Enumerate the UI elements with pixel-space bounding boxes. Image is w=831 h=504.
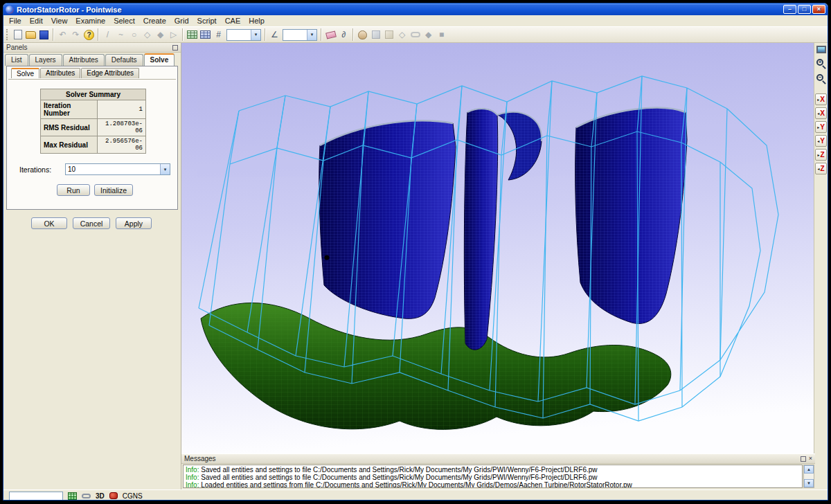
diamond3-icon[interactable]: ◆ (422, 28, 435, 42)
initialize-button[interactable]: Initialize (94, 184, 133, 196)
close-icon[interactable]: × (809, 456, 812, 462)
line-tool-icon[interactable]: / (101, 28, 114, 42)
table-row: Max Residual 2.956576e-06 (41, 136, 146, 154)
grid-mode-icon[interactable] (68, 492, 77, 500)
solver-summary-title: Solver Summary (41, 89, 146, 100)
chevron-down-icon[interactable]: ▾ (251, 30, 260, 40)
command-input[interactable] (9, 492, 63, 501)
save-icon[interactable] (37, 28, 51, 42)
menu-bar: File Edit View Examine Select Create Gri… (3, 15, 828, 26)
link-mode-icon[interactable] (82, 494, 91, 498)
redo-icon[interactable]: ↷ (69, 28, 82, 42)
curve-tool-icon[interactable]: ~ (114, 28, 127, 42)
arrow-tool-icon[interactable]: ▷ (167, 28, 180, 42)
mask-icon[interactable] (356, 28, 369, 42)
zoom-out-icon[interactable]: − (816, 74, 825, 83)
status-bar: 3D CGNS (3, 489, 828, 501)
dock-icon[interactable] (172, 45, 178, 51)
subtab-attributes[interactable]: Attributes (40, 68, 80, 78)
menu-help[interactable]: Help (244, 16, 269, 26)
panels-sidebar: Panels List Layers Attributes Defaults S… (3, 43, 181, 489)
menu-create[interactable]: Create (139, 16, 170, 26)
angle-combo[interactable]: ▾ (283, 29, 317, 41)
iterations-label: Iterations: (19, 165, 51, 174)
scroll-up-icon[interactable]: ▲ (804, 465, 814, 474)
cancel-button[interactable]: Cancel (73, 217, 110, 229)
ok-button[interactable]: OK (31, 217, 67, 229)
run-button[interactable]: Run (57, 184, 90, 196)
cube-icon[interactable] (369, 28, 382, 42)
grid-table-icon[interactable] (186, 28, 199, 42)
full-view-icon[interactable] (816, 46, 826, 53)
dimension-combo[interactable]: ▾ (226, 29, 261, 41)
menu-file[interactable]: File (5, 16, 26, 26)
float-panel-icon[interactable] (801, 456, 806, 462)
partial-icon[interactable]: ∂ (337, 28, 350, 42)
open-icon[interactable] (24, 28, 37, 42)
selection-point[interactable] (325, 255, 330, 260)
diamond-filled-tool-icon[interactable]: ◆ (154, 28, 167, 42)
zoom-in-icon[interactable]: + (816, 59, 825, 68)
app-logo-icon (6, 6, 14, 14)
view-plus-x-button[interactable]: ▸X (815, 93, 827, 105)
subtab-solve[interactable]: Solve (11, 68, 39, 78)
minimize-button[interactable]: – (783, 5, 796, 14)
close-button[interactable]: × (812, 5, 825, 14)
list-item: Info: Loaded entities and settings from … (186, 481, 800, 488)
tab-layers[interactable]: Layers (29, 54, 62, 66)
undo-icon[interactable]: ↶ (56, 28, 69, 42)
grid-table2-icon[interactable] (199, 28, 212, 42)
dimension-mode-label: 3D (96, 492, 105, 500)
messages-list[interactable]: Info: Saved all entities and settings to… (183, 465, 803, 488)
subtab-edge-attributes[interactable]: Edge Attributes (81, 68, 139, 78)
eraser-icon[interactable] (324, 28, 337, 42)
tab-attributes[interactable]: Attributes (63, 54, 105, 66)
apply-button[interactable]: Apply (116, 217, 152, 229)
view-minus-x-button[interactable]: ◂X (815, 107, 827, 119)
chevron-down-icon[interactable]: ▾ (307, 30, 316, 40)
iterations-combo[interactable]: ▾ (65, 163, 170, 175)
view-minus-z-button[interactable]: ◂Z (815, 163, 827, 174)
window-title: RotorStatorRotor - Pointwise (17, 6, 122, 14)
view-plus-y-button[interactable]: ▸Y (815, 121, 827, 133)
tab-solve[interactable]: Solve (144, 53, 175, 66)
help-icon[interactable]: ? (82, 28, 96, 42)
menu-view[interactable]: View (47, 16, 72, 26)
view-minus-y-button[interactable]: ◂Y (815, 135, 827, 147)
toolbar-grip[interactable] (6, 29, 8, 40)
menu-script[interactable]: Script (193, 16, 221, 26)
new-file-icon[interactable] (11, 28, 24, 42)
tab-list[interactable]: List (5, 54, 28, 66)
diamond2-icon[interactable]: ◇ (395, 28, 409, 42)
dimension-icon[interactable]: # (212, 28, 225, 42)
cae-solver-label: CGNS (123, 492, 143, 500)
menu-select[interactable]: Select (109, 16, 139, 26)
iterations-input[interactable] (66, 165, 160, 173)
menu-examine[interactable]: Examine (71, 16, 109, 26)
square-icon[interactable]: ■ (435, 28, 448, 42)
circle-tool-icon[interactable]: ○ (127, 28, 141, 42)
angle-icon[interactable]: ∠ (268, 28, 281, 42)
messages-scrollbar[interactable]: ▲ ▼ (803, 465, 814, 488)
view-plus-z-button[interactable]: ▸Z (815, 149, 827, 161)
cae-solver-icon[interactable] (109, 492, 118, 499)
tab-defaults[interactable]: Defaults (105, 54, 143, 66)
table-row: Iteration Number 1 (41, 100, 146, 119)
row-label: RMS Residual (41, 119, 98, 136)
panels-header[interactable]: Panels (3, 43, 181, 53)
menu-grid[interactable]: Grid (170, 16, 193, 26)
menu-edit[interactable]: Edit (26, 16, 47, 26)
solve-panel: Solve Attributes Edge Attributes Solver … (6, 66, 178, 210)
diamond-tool-icon[interactable]: ◇ (141, 28, 154, 42)
title-bar[interactable]: RotorStatorRotor - Pointwise – □ × (3, 3, 828, 15)
panel-tabs: List Layers Attributes Defaults Solve (5, 54, 175, 66)
menu-cae[interactable]: CAE (221, 16, 245, 26)
chevron-down-icon[interactable]: ▾ (160, 164, 170, 174)
viewport-3d[interactable] (181, 43, 815, 453)
messages-header[interactable]: Messages × (181, 454, 815, 464)
maximize-button[interactable]: □ (798, 5, 811, 14)
link-icon[interactable] (409, 28, 422, 42)
cube2-icon[interactable] (382, 28, 395, 42)
scroll-down-icon[interactable]: ▼ (804, 479, 814, 487)
messages-panel: Messages × Info: Saved all entities and … (181, 453, 815, 489)
